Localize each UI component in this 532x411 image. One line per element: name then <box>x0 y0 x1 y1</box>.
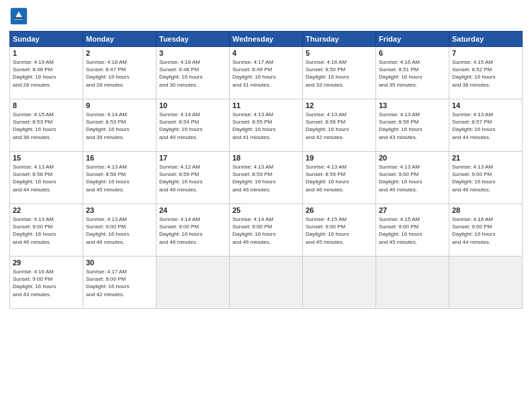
week-row-4: 22Sunrise: 4:13 AMSunset: 9:00 PMDayligh… <box>10 204 523 257</box>
cell-details: Sunrise: 4:13 AMSunset: 8:57 PMDaylight:… <box>452 111 519 141</box>
cell-details: Sunrise: 4:18 AMSunset: 8:48 PMDaylight:… <box>159 58 226 89</box>
cell-details: Sunrise: 4:13 AMSunset: 8:55 PMDaylight:… <box>232 111 300 141</box>
cell-details: Sunrise: 4:16 AMSunset: 9:00 PMDaylight:… <box>13 268 80 298</box>
cell-details: Sunrise: 4:13 AMSunset: 9:00 PMDaylight:… <box>86 216 153 246</box>
cell-details: Sunrise: 4:15 AMSunset: 9:00 PMDaylight:… <box>379 216 446 246</box>
week-row-1: 1Sunrise: 4:19 AMSunset: 8:46 PMDaylight… <box>10 47 523 99</box>
calendar-cell: 17Sunrise: 4:12 AMSunset: 8:59 PMDayligh… <box>157 152 230 204</box>
cell-details: Sunrise: 4:13 AMSunset: 8:59 PMDaylight:… <box>232 163 300 193</box>
calendar-cell: 20Sunrise: 4:13 AMSunset: 9:00 PMDayligh… <box>376 152 449 204</box>
calendar-cell: 9Sunrise: 4:14 AMSunset: 8:53 PMDaylight… <box>83 99 157 152</box>
day-number: 12 <box>306 101 373 109</box>
calendar-cell: 13Sunrise: 4:13 AMSunset: 8:56 PMDayligh… <box>376 99 449 152</box>
day-number: 17 <box>159 154 226 162</box>
day-number: 25 <box>232 206 300 214</box>
cell-details: Sunrise: 4:13 AMSunset: 9:00 PMDaylight:… <box>13 216 80 246</box>
calendar-cell: 11Sunrise: 4:13 AMSunset: 8:55 PMDayligh… <box>230 99 303 152</box>
day-number: 11 <box>232 101 300 109</box>
calendar-cell: 28Sunrise: 4:16 AMSunset: 9:00 PMDayligh… <box>449 204 523 257</box>
calendar-cell: 1Sunrise: 4:19 AMSunset: 8:46 PMDaylight… <box>10 47 83 99</box>
cell-details: Sunrise: 4:13 AMSunset: 8:56 PMDaylight:… <box>379 111 446 141</box>
calendar-cell: 30Sunrise: 4:17 AMSunset: 9:00 PMDayligh… <box>83 257 157 309</box>
calendar-cell: 29Sunrise: 4:16 AMSunset: 9:00 PMDayligh… <box>10 257 83 309</box>
day-number: 29 <box>13 259 80 267</box>
calendar-cell: 15Sunrise: 4:13 AMSunset: 8:58 PMDayligh… <box>10 152 83 204</box>
day-number: 5 <box>306 49 373 57</box>
day-number: 6 <box>379 49 446 57</box>
cell-details: Sunrise: 4:16 AMSunset: 8:50 PMDaylight:… <box>306 58 373 89</box>
cell-details: Sunrise: 4:14 AMSunset: 8:54 PMDaylight:… <box>159 111 226 141</box>
cell-details: Sunrise: 4:13 AMSunset: 9:00 PMDaylight:… <box>452 163 519 193</box>
col-header-thursday: Thursday <box>303 32 376 47</box>
cell-details: Sunrise: 4:13 AMSunset: 8:58 PMDaylight:… <box>13 163 80 193</box>
col-header-sunday: Sunday <box>10 32 83 47</box>
calendar-cell: 7Sunrise: 4:15 AMSunset: 8:52 PMDaylight… <box>449 47 523 99</box>
calendar-cell: 12Sunrise: 4:13 AMSunset: 8:56 PMDayligh… <box>303 99 376 152</box>
day-number: 18 <box>232 154 300 162</box>
col-header-tuesday: Tuesday <box>157 32 230 47</box>
cell-details: Sunrise: 4:17 AMSunset: 8:49 PMDaylight:… <box>232 58 300 89</box>
day-number: 27 <box>379 206 446 214</box>
cell-details: Sunrise: 4:17 AMSunset: 9:00 PMDaylight:… <box>86 268 153 298</box>
cell-details: Sunrise: 4:13 AMSunset: 9:00 PMDaylight:… <box>379 163 446 193</box>
cell-details: Sunrise: 4:14 AMSunset: 9:00 PMDaylight:… <box>232 216 300 246</box>
cell-details: Sunrise: 4:13 AMSunset: 8:59 PMDaylight:… <box>306 163 373 193</box>
header-row: SundayMondayTuesdayWednesdayThursdayFrid… <box>10 32 523 47</box>
cell-details: Sunrise: 4:13 AMSunset: 8:56 PMDaylight:… <box>306 111 373 141</box>
calendar-cell <box>303 257 376 309</box>
logo-icon <box>9 7 28 26</box>
day-number: 4 <box>232 49 300 57</box>
calendar-cell: 19Sunrise: 4:13 AMSunset: 8:59 PMDayligh… <box>303 152 376 204</box>
col-header-friday: Friday <box>376 32 449 47</box>
week-row-2: 8Sunrise: 4:15 AMSunset: 8:53 PMDaylight… <box>10 99 523 152</box>
calendar-cell <box>230 257 303 309</box>
day-number: 16 <box>86 154 153 162</box>
day-number: 14 <box>452 101 519 109</box>
cell-details: Sunrise: 4:15 AMSunset: 8:52 PMDaylight:… <box>452 58 519 89</box>
day-number: 23 <box>86 206 153 214</box>
day-number: 8 <box>13 101 80 109</box>
day-number: 19 <box>306 154 373 162</box>
col-header-wednesday: Wednesday <box>230 32 303 47</box>
week-row-3: 15Sunrise: 4:13 AMSunset: 8:58 PMDayligh… <box>10 152 523 204</box>
calendar-cell <box>449 257 523 309</box>
calendar-cell: 18Sunrise: 4:13 AMSunset: 8:59 PMDayligh… <box>230 152 303 204</box>
cell-details: Sunrise: 4:12 AMSunset: 8:59 PMDaylight:… <box>159 163 226 193</box>
page: SundayMondayTuesdayWednesdayThursdayFrid… <box>0 0 532 411</box>
cell-details: Sunrise: 4:14 AMSunset: 9:00 PMDaylight:… <box>159 216 226 246</box>
day-number: 20 <box>379 154 446 162</box>
calendar-cell <box>157 257 230 309</box>
calendar-cell: 23Sunrise: 4:13 AMSunset: 9:00 PMDayligh… <box>83 204 157 257</box>
day-number: 13 <box>379 101 446 109</box>
svg-rect-2 <box>14 17 24 19</box>
day-number: 28 <box>452 206 519 214</box>
day-number: 26 <box>306 206 373 214</box>
cell-details: Sunrise: 4:14 AMSunset: 8:53 PMDaylight:… <box>86 111 153 141</box>
calendar-cell: 4Sunrise: 4:17 AMSunset: 8:49 PMDaylight… <box>230 47 303 99</box>
logo <box>9 7 31 26</box>
day-number: 1 <box>13 49 80 57</box>
calendar-cell: 6Sunrise: 4:16 AMSunset: 8:51 PMDaylight… <box>376 47 449 99</box>
cell-details: Sunrise: 4:16 AMSunset: 8:51 PMDaylight:… <box>379 58 446 89</box>
day-number: 2 <box>86 49 153 57</box>
day-number: 30 <box>86 259 153 267</box>
day-number: 9 <box>86 101 153 109</box>
calendar-table: SundayMondayTuesdayWednesdayThursdayFrid… <box>9 31 523 309</box>
day-number: 10 <box>159 101 226 109</box>
calendar-cell: 25Sunrise: 4:14 AMSunset: 9:00 PMDayligh… <box>230 204 303 257</box>
calendar-cell: 14Sunrise: 4:13 AMSunset: 8:57 PMDayligh… <box>449 99 523 152</box>
calendar-cell: 3Sunrise: 4:18 AMSunset: 8:48 PMDaylight… <box>157 47 230 99</box>
calendar-cell: 24Sunrise: 4:14 AMSunset: 9:00 PMDayligh… <box>157 204 230 257</box>
calendar-cell: 10Sunrise: 4:14 AMSunset: 8:54 PMDayligh… <box>157 99 230 152</box>
day-number: 15 <box>13 154 80 162</box>
calendar-cell: 2Sunrise: 4:18 AMSunset: 8:47 PMDaylight… <box>83 47 157 99</box>
day-number: 22 <box>13 206 80 214</box>
calendar-cell: 27Sunrise: 4:15 AMSunset: 9:00 PMDayligh… <box>376 204 449 257</box>
cell-details: Sunrise: 4:16 AMSunset: 9:00 PMDaylight:… <box>452 216 519 246</box>
calendar-cell: 21Sunrise: 4:13 AMSunset: 9:00 PMDayligh… <box>449 152 523 204</box>
col-header-monday: Monday <box>83 32 157 47</box>
cell-details: Sunrise: 4:18 AMSunset: 8:47 PMDaylight:… <box>86 58 153 89</box>
calendar-cell: 22Sunrise: 4:13 AMSunset: 9:00 PMDayligh… <box>10 204 83 257</box>
day-number: 3 <box>159 49 226 57</box>
week-row-5: 29Sunrise: 4:16 AMSunset: 9:00 PMDayligh… <box>10 257 523 309</box>
